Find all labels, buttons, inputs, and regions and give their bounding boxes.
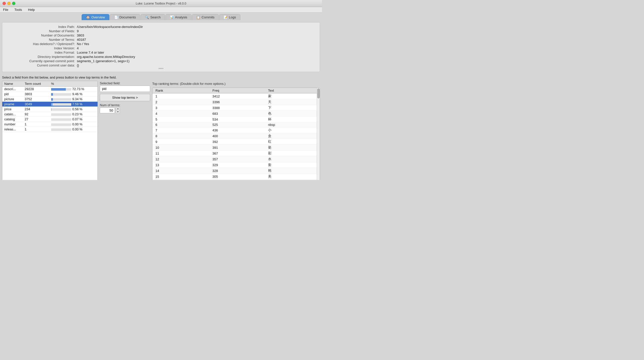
term-rank: 2: [152, 99, 209, 105]
field-name: pname: [2, 102, 23, 107]
term-text: nbsp: [265, 122, 320, 127]
field-percent: 7.59 %: [49, 102, 98, 107]
table-row[interactable]: 5 534 杯: [152, 117, 320, 122]
field-percent: 0.00 %: [49, 127, 98, 132]
maximize-button[interactable]: [12, 2, 15, 5]
table-row[interactable]: catalog 27 0.07 %: [2, 117, 98, 122]
menu-file[interactable]: File: [2, 7, 9, 12]
term-rank: 5: [152, 117, 209, 122]
table-row[interactable]: 3 3388 下: [152, 105, 320, 111]
table-row[interactable]: catalo... 92 0.23 %: [2, 112, 98, 117]
table-row[interactable]: pid 3803 9.46 %: [2, 92, 98, 97]
table-row[interactable]: 1 3412 家: [152, 93, 320, 99]
table-row[interactable]: 6 525 nbsp: [152, 122, 320, 127]
selected-field-input[interactable]: [100, 86, 150, 92]
table-row[interactable]: 11 367 彩: [152, 151, 320, 156]
term-rank: 1: [152, 93, 209, 99]
tab-documents[interactable]: 📄 Documents: [110, 14, 140, 20]
info-value: org.apache.lucene.store.MMapDirectory: [77, 55, 135, 59]
search-icon: 🔍: [145, 15, 149, 19]
info-label: Directory implementation:: [6, 55, 77, 59]
table-row[interactable]: 13 329 套: [152, 162, 320, 168]
term-text: 意: [265, 179, 320, 180]
tab-analysis[interactable]: 📊 Analysis: [166, 14, 191, 20]
term-rank: 13: [152, 162, 209, 168]
table-row[interactable]: 7 436 小: [152, 127, 320, 133]
term-text: 美: [265, 174, 320, 179]
table-row[interactable]: 4 683 色: [152, 111, 320, 117]
term-rank: 14: [152, 168, 209, 174]
num-terms-spinner[interactable]: ▲ ▼: [116, 107, 120, 114]
info-label: Index Path:: [6, 25, 77, 29]
table-row[interactable]: 9 392 红: [152, 139, 320, 145]
table-row[interactable]: pname 3049 7.59 %: [2, 102, 98, 107]
info-row: Current commit user data:{}: [6, 63, 316, 67]
term-freq: 3388: [209, 105, 265, 111]
term-text: 下: [265, 105, 320, 111]
field-percent: 9.46 %: [49, 92, 98, 97]
tab-logs[interactable]: 📝 Logs: [219, 14, 240, 20]
field-percent: 0.23 %: [49, 112, 98, 117]
table-row[interactable]: number 1 0.00 %: [2, 122, 98, 127]
term-text: 杯: [265, 117, 320, 122]
info-label: Currently opened commit point:: [6, 59, 77, 63]
field-term-count: 1: [23, 127, 49, 132]
scrollbar-track[interactable]: [317, 88, 320, 180]
tab-overview[interactable]: 🏠 Overview: [82, 14, 109, 20]
info-label: Number of Documents:: [6, 33, 77, 37]
term-text: 红: [265, 139, 320, 145]
tab-commits[interactable]: 📋 Commits: [192, 14, 219, 20]
show-top-terms-button[interactable]: Show top terms >: [100, 94, 150, 101]
num-terms-label: Num of terms:: [100, 103, 150, 107]
info-value: 3803: [77, 33, 84, 37]
field-term-count: 234: [23, 107, 49, 112]
scrollbar-thumb[interactable]: [317, 88, 320, 98]
table-row[interactable]: 15 305 美: [152, 174, 320, 179]
info-value: /Users/lixin/Workspace/lucene-demo/index…: [77, 25, 143, 29]
progress-bar: [51, 103, 71, 106]
progress-bar: [51, 123, 71, 126]
field-percent: 0.07 %: [49, 117, 98, 122]
table-row[interactable]: picture 3752 9.34 %: [2, 97, 98, 102]
field-name: price: [2, 107, 23, 112]
table-row[interactable]: 14 328 韩: [152, 168, 320, 174]
table-row[interactable]: 2 3396 天: [152, 99, 320, 105]
table-row[interactable]: 16 302 意: [152, 179, 320, 180]
fields-table: Name Term count % descri... 29228 72.73 …: [2, 81, 98, 132]
menubar: File Tools Help: [0, 7, 322, 13]
menu-help[interactable]: Help: [27, 7, 36, 12]
term-text: 小: [265, 127, 320, 133]
term-text: 色: [265, 111, 320, 117]
table-row[interactable]: 12 357 水: [152, 156, 320, 162]
term-freq: 534: [209, 117, 265, 122]
table-row[interactable]: 8 400 盒: [152, 133, 320, 139]
term-rank: 11: [152, 151, 209, 156]
term-rank: 7: [152, 127, 209, 133]
table-row[interactable]: descri... 29228 72.73 %: [2, 87, 98, 92]
num-terms-input[interactable]: [100, 107, 115, 113]
progress-bar: [51, 108, 71, 111]
close-button[interactable]: [3, 2, 6, 5]
table-row[interactable]: releas... 1 0.00 %: [2, 127, 98, 132]
term-rank: 9: [152, 139, 209, 145]
info-label: Current commit user data:: [6, 63, 77, 67]
table-row[interactable]: price 234 0.58 %: [2, 107, 98, 112]
menu-tools[interactable]: Tools: [13, 7, 23, 12]
overview-icon: 🏠: [86, 15, 90, 19]
fields-tbody: descri... 29228 72.73 % pid 3803 9.46 % …: [2, 87, 98, 132]
field-term-count: 3752: [23, 97, 49, 102]
info-value: No / Yes: [77, 42, 89, 46]
tab-search[interactable]: 🔍 Search: [141, 14, 165, 20]
spinner-up[interactable]: ▲: [116, 107, 120, 111]
spinner-down[interactable]: ▼: [116, 111, 120, 114]
progress-bar: [51, 88, 71, 91]
table-row[interactable]: 10 391 瓷: [152, 145, 320, 151]
progress-bar: [51, 128, 71, 131]
info-row: Number of Fields:9: [6, 29, 316, 33]
minimize-button[interactable]: [7, 2, 11, 5]
info-label: Index Format:: [6, 51, 77, 54]
term-freq: 305: [209, 174, 265, 179]
titlebar: Luke: Lucene Toolbox Project - v8.0.0: [0, 0, 322, 7]
info-label: Has deletions? / Optimized?:: [6, 42, 77, 46]
term-freq: 391: [209, 145, 265, 151]
